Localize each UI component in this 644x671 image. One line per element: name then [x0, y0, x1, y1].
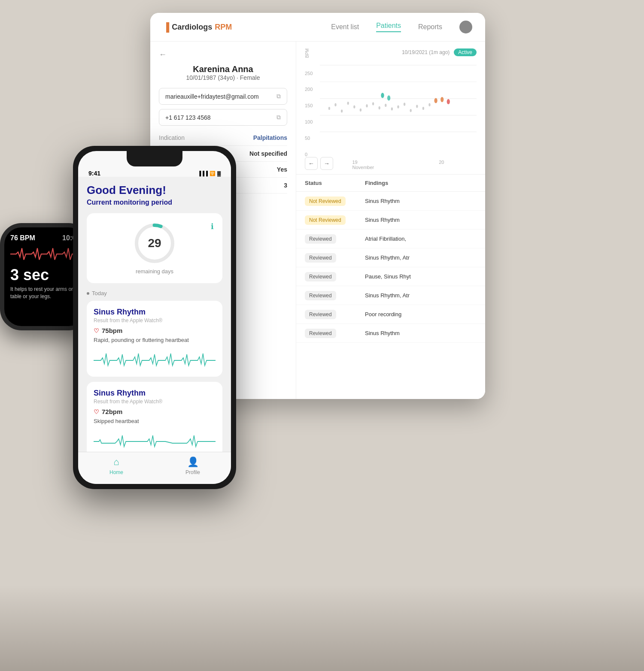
today-text: Today: [92, 290, 107, 296]
signal-icon: ▐▐▐: [198, 171, 208, 176]
table-row[interactable]: Reviewed Sinus Rhythm, Atr: [296, 248, 485, 267]
copy-phone-button[interactable]: ⧉: [276, 114, 281, 121]
phone-greeting: Good Evening!: [87, 184, 222, 197]
profile-icon: 👤: [187, 456, 199, 468]
ecg-card-1[interactable]: Sinus Rhythm Result from the Apple Watch…: [87, 301, 222, 377]
svg-point-11: [366, 104, 368, 107]
status-bar: 9:41 ▐▐▐ 🛜 ▓: [78, 166, 231, 177]
days-remaining: 29: [148, 236, 161, 250]
ecg-card-2[interactable]: Sinus Rhythm Result from the Apple Watch…: [87, 382, 222, 452]
ecg-wave-2: [94, 429, 216, 451]
svg-point-18: [410, 109, 412, 112]
chart-svg: [320, 48, 477, 153]
indication-label: Indication: [159, 134, 185, 141]
svg-point-16: [397, 105, 399, 108]
svg-point-25: [440, 97, 444, 102]
watch-help-text: It helps to rest your arms on a table or…: [10, 286, 80, 300]
status-badge-1: Not Reviewed: [305, 215, 346, 225]
svg-point-12: [372, 102, 374, 105]
table-row[interactable]: Not Reviewed Sinus Rhythm: [296, 192, 485, 211]
ecg-symptom-2: Skipped heartbeat: [94, 418, 216, 424]
table-row[interactable]: Reviewed Poor recording: [296, 305, 485, 324]
ecg-bpm-1: ♡ 75bpm: [94, 327, 216, 334]
event-findings-1: Sinus Rhythm: [365, 217, 477, 223]
nav-profile-label: Profile: [185, 469, 200, 475]
event-findings-7: Sinus Rhythm: [365, 330, 477, 336]
patient-email-field: marieauxille+fridaytest@gmail.com ⧉: [159, 88, 287, 105]
event-status-4: Reviewed: [305, 273, 365, 280]
status-badge-0: Not Reviewed: [305, 196, 346, 206]
event-findings-4: Pause, Sinus Rhyt: [365, 273, 477, 280]
user-avatar[interactable]: [459, 21, 472, 33]
nav-reports[interactable]: Reports: [418, 23, 442, 31]
event-status-0: Not Reviewed: [305, 198, 365, 204]
heart-icon-2: ♡: [94, 408, 99, 415]
chart-xaxis: 19November 20: [320, 160, 477, 170]
phone-status-icons: ▐▐▐ 🛜 ▓: [198, 171, 221, 176]
copy-email-button[interactable]: ⧉: [276, 93, 281, 100]
watch-bpm: 76 BPM: [10, 234, 35, 242]
svg-point-10: [360, 109, 361, 112]
nav-event-list[interactable]: Event list: [331, 23, 359, 31]
svg-point-6: [334, 103, 336, 106]
nav-profile[interactable]: 👤 Profile: [155, 456, 231, 475]
logo-icon: ▐: [163, 22, 169, 32]
ecg-symptom-1: Rapid, pounding or fluttering heartbeat: [94, 337, 216, 343]
patient-phone: +1 617 123 4568: [165, 114, 211, 121]
anticoagulated-value: Yes: [277, 166, 287, 173]
watch-ecg: [10, 245, 80, 263]
nav-home-label: Home: [109, 469, 123, 475]
ecg-title-2: Sinus Rhythm: [94, 389, 216, 398]
event-status-7: Reviewed: [305, 330, 365, 336]
table-row[interactable]: Not Reviewed Sinus Rhythm: [296, 211, 485, 230]
svg-point-13: [379, 106, 380, 109]
cha-value: 3: [284, 182, 287, 189]
nav-patients[interactable]: Patients: [376, 22, 401, 32]
status-badge-5: Reviewed: [305, 291, 336, 300]
table-row[interactable]: Reviewed Sinus Rhythm, Atr: [296, 286, 485, 305]
heart-icon-1: ♡: [94, 327, 99, 334]
bpm-value-2: 72bpm: [102, 408, 122, 415]
info-icon[interactable]: ℹ: [211, 222, 214, 231]
chart-area: 10/19/2021 (1m ago) Active BPM 250 200 1…: [296, 42, 485, 175]
status-badge-2: Reviewed: [305, 234, 336, 244]
tablet-nav: ▐ Cardiologs RPM Event list Patients Rep…: [150, 13, 485, 42]
x-20: 20: [439, 160, 444, 170]
days-label: remaining days: [95, 268, 214, 275]
today-dot: [87, 292, 89, 295]
event-status-3: Reviewed: [305, 254, 365, 261]
phone-screen: 9:41 ▐▐▐ 🛜 ▓ Good Evening! Current monit…: [78, 151, 231, 484]
ecg-bpm-2: ♡ 72bpm: [94, 408, 216, 415]
bpm-value-1: 75bpm: [102, 327, 122, 334]
table-row[interactable]: Reviewed Sinus Rhythm: [296, 324, 485, 343]
monitoring-card: 29 ℹ remaining days: [87, 213, 222, 283]
svg-point-21: [428, 103, 430, 106]
monitoring-circle: 29: [133, 222, 176, 265]
event-status-6: Reviewed: [305, 311, 365, 317]
svg-point-9: [353, 105, 355, 108]
nav-home[interactable]: ⌂ Home: [78, 456, 155, 475]
svg-point-22: [381, 93, 384, 98]
chart-prev-button[interactable]: ←: [305, 157, 318, 170]
table-row[interactable]: Reviewed Pause, Sinus Rhyt: [296, 267, 485, 286]
right-panel: 10/19/2021 (1m ago) Active BPM 250 200 1…: [296, 42, 485, 399]
svg-point-20: [422, 107, 424, 110]
table-row[interactable]: Reviewed Atrial Fibrillation,: [296, 230, 485, 248]
svg-point-24: [434, 98, 437, 103]
status-badge-6: Reviewed: [305, 310, 336, 319]
y-250: 250: [305, 71, 313, 76]
watch-top-row: 76 BPM 10:09: [10, 234, 80, 242]
event-status-5: Reviewed: [305, 292, 365, 299]
y-0: 0: [305, 152, 313, 157]
phone-subtitle: Current monitoring period: [87, 199, 222, 206]
event-findings-6: Poor recording: [365, 311, 477, 317]
back-button[interactable]: ←: [159, 50, 287, 59]
chart-next-button[interactable]: →: [320, 157, 333, 170]
event-status-1: Not Reviewed: [305, 217, 365, 223]
chart-nav: ← →: [305, 157, 333, 170]
ecg-wave-1: [94, 348, 216, 370]
svg-point-5: [328, 107, 330, 110]
phone: 9:41 ▐▐▐ 🛜 ▓ Good Evening! Current monit…: [73, 146, 236, 489]
svg-point-14: [385, 104, 386, 107]
svg-point-26: [447, 99, 450, 104]
